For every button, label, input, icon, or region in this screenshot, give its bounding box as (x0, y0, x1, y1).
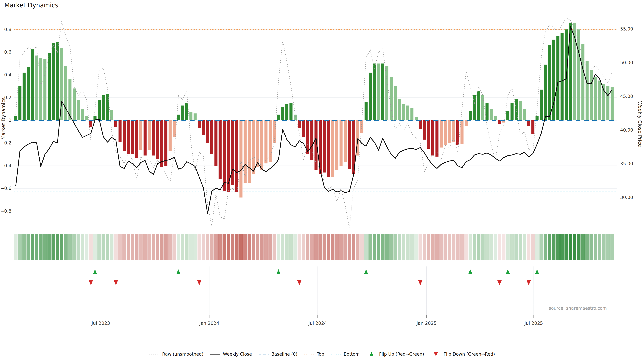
dynamics-bar (611, 87, 614, 120)
heatmap-cell (331, 234, 334, 260)
svg-text:50.00: 50.00 (620, 60, 633, 65)
heatmap-cell (581, 234, 585, 260)
flip-down-marker (89, 280, 93, 285)
heatmap-cell (498, 234, 501, 260)
heatmap-cell (176, 234, 180, 260)
dynamics-bar (414, 117, 418, 120)
heatmap-cell (598, 234, 602, 260)
heatmap-cell (314, 234, 318, 260)
flip-up-marker (468, 269, 472, 274)
heatmap-cell (52, 234, 55, 260)
dynamics-bar (460, 120, 464, 144)
heatmap-cell (14, 234, 18, 260)
flip-up-marker (176, 269, 180, 274)
dotted-line-icon (304, 352, 314, 357)
dynamics-bar (31, 49, 34, 120)
dynamics-bar (302, 120, 305, 137)
heatmap-cell (31, 234, 34, 260)
svg-text:0: 0 (8, 118, 12, 123)
heatmap-cell (122, 234, 126, 260)
dynamics-bar (164, 120, 167, 166)
dynamics-bar (440, 120, 442, 148)
dynamics-bar (598, 80, 601, 120)
heatmap-cell (218, 234, 222, 260)
heatmap-cell (452, 234, 455, 260)
dynamics-bar (310, 120, 313, 160)
dynamics-bar (390, 77, 392, 120)
legend-label: Baseline (0) (271, 352, 297, 357)
flip-down-marker (197, 280, 202, 285)
legend-item: Bottom (330, 352, 360, 357)
heatmap-cell (152, 234, 155, 260)
svg-text:0.8: 0.8 (4, 27, 12, 32)
heatmap-cell (444, 234, 447, 260)
dynamics-bar (327, 120, 330, 177)
heatmap-cell (373, 234, 376, 260)
heatmap-cell (160, 234, 164, 260)
right-axis-label: Weekly Close Price (637, 101, 643, 147)
dynamics-bar (48, 53, 51, 120)
dynamics-bar (490, 109, 493, 120)
heatmap-cell (172, 234, 176, 260)
svg-text:−0.2: −0.2 (0, 140, 12, 145)
dynamics-bar (148, 120, 151, 150)
dynamics-bar (323, 120, 326, 173)
heatmap-cell (606, 234, 610, 260)
heatmap-cell (68, 234, 72, 260)
dynamics-bar (606, 86, 610, 120)
dynamics-bar (410, 108, 414, 120)
heatmap-cell (402, 234, 405, 260)
dynamics-bar (127, 120, 130, 154)
heatmap-cell (531, 234, 535, 260)
heatmap-cell (514, 234, 518, 260)
dynamics-bar (402, 104, 405, 120)
svg-text:−0.8: −0.8 (0, 209, 12, 214)
dynamics-bar (181, 106, 184, 120)
chart-legend: Raw (unsmoothed)Weekly CloseBaseline (0)… (0, 352, 644, 357)
dynamics-bar (294, 115, 297, 120)
legend-item: Flip Down (Green→Red) (430, 352, 495, 357)
dynamics-bar (44, 59, 46, 120)
dynamics-bar (586, 61, 589, 120)
dynamics-bar (202, 120, 205, 135)
dynamics-bar (498, 120, 501, 124)
dynamics-bar (452, 120, 455, 142)
dynamics-bar (227, 120, 230, 192)
heatmap-cell (131, 234, 134, 260)
heatmap-cell (389, 234, 393, 260)
dynamics-bar (185, 103, 188, 120)
heatmap-cell (569, 234, 572, 260)
dynamics-bar (114, 120, 118, 127)
dynamics-bar (431, 120, 434, 156)
dynamics-bar (594, 77, 597, 120)
heatmap-cell (47, 234, 51, 260)
dynamics-bar (123, 120, 126, 151)
heatmap-cell (510, 234, 514, 260)
dynamics-bar (72, 88, 76, 120)
heatmap-cell (506, 234, 510, 260)
heatmap-cell (285, 234, 289, 260)
heatmap-cell (485, 234, 489, 260)
heatmap-cell (98, 234, 101, 260)
dynamics-bar (144, 120, 146, 156)
heatmap-cell (64, 234, 68, 260)
heatmap-cell (143, 234, 147, 260)
svg-text:40.00: 40.00 (620, 127, 633, 133)
heatmap-cell (552, 234, 556, 260)
heatmap-cell (181, 234, 184, 260)
dynamics-bar (118, 120, 122, 142)
dynamics-bar (281, 107, 284, 120)
legend-item: Raw (unsmoothed) (149, 352, 204, 357)
dynamics-bar (319, 120, 322, 174)
dynamics-bar (406, 106, 409, 120)
heatmap-cell (231, 234, 234, 260)
heatmap-cell (335, 234, 338, 260)
legend-item: Baseline (0) (258, 352, 297, 357)
dynamics-bar (194, 113, 196, 120)
heatmap-cell (477, 234, 480, 260)
dynamics-bar (364, 102, 368, 120)
svg-text:−0.4: −0.4 (0, 163, 12, 168)
dynamics-bar (77, 100, 80, 120)
dynamics-bar (548, 45, 551, 120)
left-axis-label: Market Dynamics (0, 97, 6, 140)
